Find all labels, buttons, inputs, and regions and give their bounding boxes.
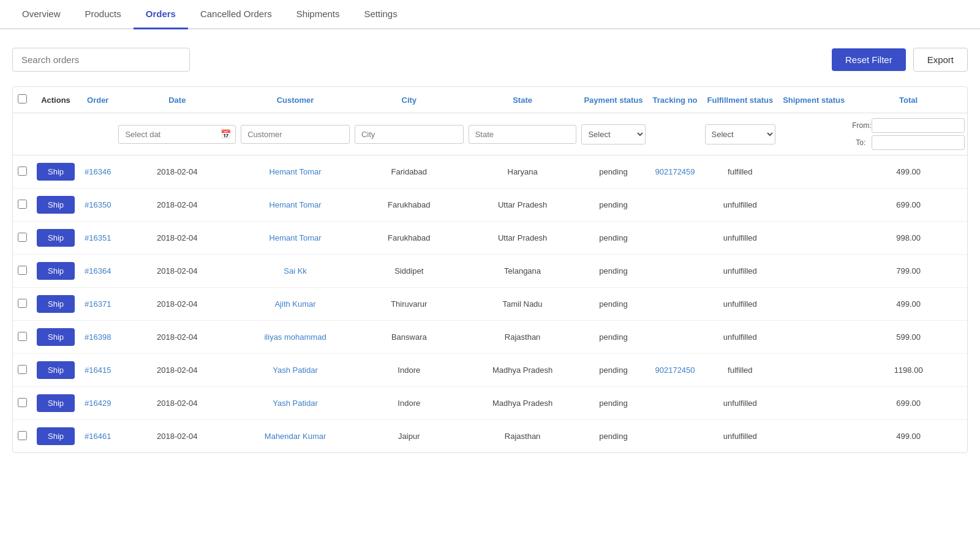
ship-button[interactable]: Ship <box>37 361 75 379</box>
row-total-cell: 499.00 <box>850 420 967 453</box>
row-actions-cell: Ship <box>32 420 80 453</box>
row-fulfillment-status-cell: unfulfilled <box>703 420 778 453</box>
row-checkbox[interactable] <box>18 266 27 275</box>
header-city: City <box>352 87 466 113</box>
row-checkbox[interactable] <box>18 431 27 440</box>
reset-filter-button[interactable]: Reset Filter <box>832 48 906 71</box>
row-city-cell: Farukhabad <box>352 222 466 255</box>
row-state-cell: Telangana <box>466 255 579 288</box>
row-checkbox-cell <box>13 288 32 321</box>
total-from-input[interactable] <box>872 118 965 133</box>
total-to-label: To: <box>852 138 869 147</box>
customer-link[interactable]: Sai Kk <box>284 266 307 276</box>
tab-shipments[interactable]: Shipments <box>284 0 352 29</box>
tab-cancelled-orders[interactable]: Cancelled Orders <box>188 0 284 29</box>
row-payment-status-cell: pending <box>579 354 647 387</box>
order-link[interactable]: #16364 <box>85 266 111 276</box>
row-actions-cell: Ship <box>32 321 80 354</box>
row-city-cell: Faridabad <box>352 156 466 189</box>
search-input[interactable] <box>12 48 190 72</box>
filter-total-cell: From: To: <box>850 113 967 156</box>
payment-filter-select[interactable]: Select pending paid <box>581 124 645 144</box>
customer-link[interactable]: Hemant Tomar <box>270 233 322 242</box>
date-filter-input[interactable] <box>118 125 236 144</box>
ship-button[interactable]: Ship <box>37 427 75 445</box>
export-button[interactable]: Export <box>913 48 968 72</box>
tab-products[interactable]: Products <box>73 0 134 29</box>
row-customer-cell: Ajith Kumar <box>238 288 352 321</box>
row-total-cell: 799.00 <box>850 255 967 288</box>
row-tracking-cell <box>648 387 703 420</box>
row-payment-status-cell: pending <box>579 387 647 420</box>
customer-link[interactable]: Yash Patidar <box>273 399 317 408</box>
tracking-link[interactable]: 902172450 <box>655 365 695 375</box>
select-all-checkbox[interactable] <box>18 94 27 103</box>
row-actions-cell: Ship <box>32 189 80 222</box>
row-actions-cell: Ship <box>32 222 80 255</box>
row-checkbox[interactable] <box>18 365 27 374</box>
row-actions-cell: Ship <box>32 354 80 387</box>
ship-button[interactable]: Ship <box>37 262 75 280</box>
ship-button[interactable]: Ship <box>37 163 75 181</box>
customer-link[interactable]: iliyas mohammad <box>264 332 326 342</box>
city-filter-input[interactable] <box>355 125 464 144</box>
row-shipment-status-cell <box>778 222 850 255</box>
ship-button[interactable]: Ship <box>37 229 75 247</box>
row-order-cell: #16351 <box>80 222 116 255</box>
row-state-cell: Rajasthan <box>466 321 579 354</box>
row-tracking-cell <box>648 420 703 453</box>
row-checkbox[interactable] <box>18 200 27 209</box>
order-link[interactable]: #16350 <box>85 200 111 209</box>
tab-settings[interactable]: Settings <box>352 0 410 29</box>
row-total-cell: 699.00 <box>850 189 967 222</box>
ship-button[interactable]: Ship <box>37 295 75 313</box>
ship-button[interactable]: Ship <box>37 196 75 214</box>
row-city-cell: Thiruvarur <box>352 288 466 321</box>
tracking-link[interactable]: 902172459 <box>655 167 695 176</box>
row-customer-cell: Hemant Tomar <box>238 156 352 189</box>
row-fulfillment-status-cell: unfulfilled <box>703 288 778 321</box>
order-link[interactable]: #16461 <box>85 432 111 441</box>
customer-link[interactable]: Ajith Kumar <box>274 299 315 309</box>
row-total-cell: 1198.00 <box>850 354 967 387</box>
row-tracking-cell <box>648 288 703 321</box>
ship-button[interactable]: Ship <box>37 328 75 346</box>
table-row: Ship#164292018-02-04Yash PatidarIndoreMa… <box>13 387 967 420</box>
customer-link[interactable]: Hemant Tomar <box>270 200 322 209</box>
order-link[interactable]: #16415 <box>85 365 111 375</box>
row-customer-cell: Hemant Tomar <box>238 222 352 255</box>
customer-link[interactable]: Mahendar Kumar <box>265 432 326 441</box>
table-row: Ship#163502018-02-04Hemant TomarFarukhab… <box>13 189 967 222</box>
row-state-cell: Uttar Pradesh <box>466 189 579 222</box>
ship-button[interactable]: Ship <box>37 394 75 412</box>
row-checkbox[interactable] <box>18 332 27 341</box>
state-filter-input[interactable] <box>469 125 577 144</box>
table-header-row: Actions Order Date Customer City State P… <box>13 87 967 113</box>
order-link[interactable]: #16351 <box>85 233 111 242</box>
customer-link[interactable]: Hemant Tomar <box>270 167 322 176</box>
row-state-cell: Rajasthan <box>466 420 579 453</box>
row-checkbox[interactable] <box>18 167 27 176</box>
fulfillment-filter-select[interactable]: Select fulfilled unfulfilled <box>705 124 776 144</box>
row-checkbox[interactable] <box>18 398 27 407</box>
order-link[interactable]: #16429 <box>85 399 111 408</box>
row-checkbox[interactable] <box>18 299 27 308</box>
total-to-input[interactable] <box>872 135 965 150</box>
order-link[interactable]: #16398 <box>85 332 111 342</box>
row-payment-status-cell: pending <box>579 222 647 255</box>
row-payment-status-cell: pending <box>579 321 647 354</box>
row-order-cell: #16398 <box>80 321 116 354</box>
order-link[interactable]: #16346 <box>85 167 111 176</box>
customer-link[interactable]: Yash Patidar <box>273 365 317 375</box>
row-checkbox[interactable] <box>18 233 27 242</box>
row-payment-status-cell: pending <box>579 255 647 288</box>
order-link[interactable]: #16371 <box>85 299 111 309</box>
tab-overview[interactable]: Overview <box>10 0 73 29</box>
row-checkbox-cell <box>13 321 32 354</box>
tab-orders[interactable]: Orders <box>134 0 188 29</box>
header-fulfillment-status: Fulfillment status <box>703 87 778 113</box>
customer-filter-input[interactable] <box>241 125 350 144</box>
row-total-cell: 998.00 <box>850 222 967 255</box>
row-date-cell: 2018-02-04 <box>116 387 238 420</box>
row-checkbox-cell <box>13 354 32 387</box>
